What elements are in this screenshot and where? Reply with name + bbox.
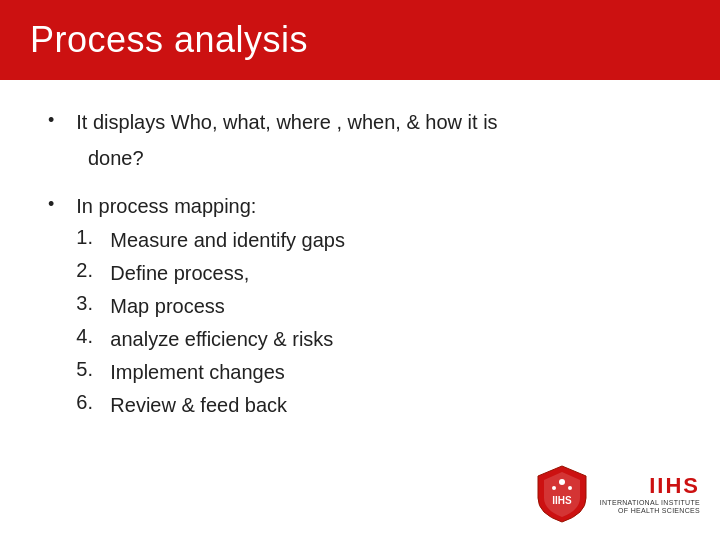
svg-point-2 bbox=[568, 486, 572, 490]
bullet-dot-2: • bbox=[48, 194, 54, 215]
bullet-section-2: • In process mapping: 1.Measure and iden… bbox=[48, 192, 672, 424]
bullet-text-1: It displays Who, what, where , when, & h… bbox=[76, 108, 497, 136]
logo-text-block: IIHS INTERNATIONAL INSTITUTE OF HEALTH S… bbox=[600, 473, 700, 516]
svg-text:IIHS: IIHS bbox=[552, 495, 572, 506]
bullet-text-1-continued: done? bbox=[88, 144, 672, 172]
list-item-number: 2. bbox=[76, 259, 100, 282]
bullet-text-2-intro: In process mapping: bbox=[76, 195, 256, 217]
page-title: Process analysis bbox=[30, 19, 308, 61]
list-item: 5. Implement changes bbox=[76, 358, 345, 386]
list-item: 6.Review & feed back bbox=[76, 391, 345, 419]
iihs-logo-badge: IIHS bbox=[530, 462, 594, 526]
list-item: 2.Define process, bbox=[76, 259, 345, 287]
list-item-number: 1. bbox=[76, 226, 100, 249]
bullet-section-1: • It displays Who, what, where , when, &… bbox=[48, 108, 672, 172]
logo-subtitle-1: INTERNATIONAL INSTITUTE bbox=[600, 499, 700, 507]
logo-area: IIHS IIHS INTERNATIONAL INSTITUTE OF HEA… bbox=[530, 462, 700, 526]
content-area: • It displays Who, what, where , when, &… bbox=[0, 80, 720, 464]
list-item-text: analyze efficiency & risks bbox=[110, 325, 333, 353]
sub-list: 1.Measure and identify gaps2.Define proc… bbox=[76, 226, 345, 419]
bullet-row-1: • It displays Who, what, where , when, &… bbox=[48, 108, 672, 136]
header-bar: Process analysis bbox=[0, 0, 720, 80]
list-item-text: Define process, bbox=[110, 259, 249, 287]
svg-point-0 bbox=[559, 479, 565, 485]
bullet-row-2: • In process mapping: 1.Measure and iden… bbox=[48, 192, 672, 424]
list-item-number: 6. bbox=[76, 391, 100, 414]
slide-container: Process analysis • It displays Who, what… bbox=[0, 0, 720, 540]
logo-subtitle-2: OF HEALTH SCIENCES bbox=[600, 507, 700, 515]
list-item-number: 4. bbox=[76, 325, 100, 348]
logo-iihs-text: IIHS bbox=[600, 473, 700, 499]
list-item-text: Measure and identify gaps bbox=[110, 226, 345, 254]
list-item: 4.analyze efficiency & risks bbox=[76, 325, 345, 353]
bullet-dot-1: • bbox=[48, 110, 54, 131]
svg-point-1 bbox=[552, 486, 556, 490]
list-item-text: Implement changes bbox=[110, 358, 285, 386]
list-item: 3.Map process bbox=[76, 292, 345, 320]
list-item: 1.Measure and identify gaps bbox=[76, 226, 345, 254]
list-item-number: 3. bbox=[76, 292, 100, 315]
list-item-text: Review & feed back bbox=[110, 391, 287, 419]
list-item-number: 5. bbox=[76, 358, 100, 381]
list-item-text: Map process bbox=[110, 292, 225, 320]
